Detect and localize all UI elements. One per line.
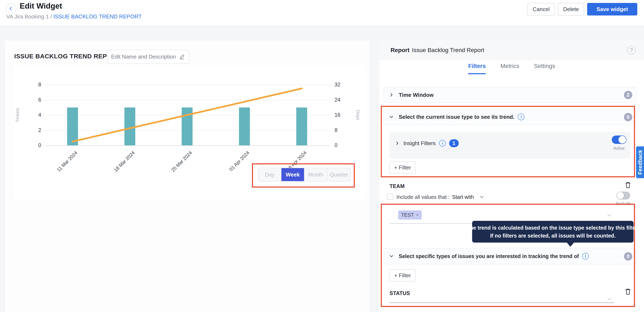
trash-icon[interactable] — [624, 181, 632, 189]
specific-types-label: Select specific types of issues you are … — [399, 253, 579, 259]
pencil-icon — [179, 54, 185, 60]
chevron-right-icon — [389, 92, 394, 98]
team-field-label: TEAM — [390, 183, 404, 189]
exclude-toggle[interactable] — [616, 192, 630, 200]
feedback-tab-label: Feedback — [637, 150, 643, 174]
time-window-label: Time Window — [399, 92, 434, 98]
chip-close-icon[interactable]: × — [416, 212, 419, 218]
current-issue-type-label: Select the current issue type to see its… — [399, 114, 514, 120]
edit-name-description-button[interactable]: Edit Name and Description — [107, 50, 189, 64]
operator-dropdown[interactable]: Start with — [452, 194, 474, 200]
breadcrumb-parent[interactable]: VA Jira Booking 1 — [6, 14, 49, 20]
feedback-tab[interactable]: Feedback — [636, 146, 644, 178]
right-axis-title: Days — [355, 110, 361, 120]
toggle-knob — [618, 136, 626, 144]
chevron-down-icon[interactable] — [606, 212, 613, 219]
granularity-month[interactable]: Month — [304, 168, 328, 181]
header: Edit Widget VA Jira Booking 1 / ISSUE BA… — [0, 0, 644, 26]
report-settings-panel — [379, 40, 644, 312]
insight-filters-badge: 1 — [449, 139, 459, 147]
left-axis-tick: 8 — [24, 82, 41, 88]
toggle-knob — [617, 192, 624, 199]
help-icon[interactable]: ? — [627, 46, 636, 54]
report-title: Issue Backlog Trend Report — [412, 47, 484, 54]
current-issue-type-badge: 0 — [624, 113, 632, 121]
granularity-control: DayWeekMonthQuarter — [258, 168, 351, 182]
insight-filters-label: Insight Filters — [403, 140, 436, 146]
report-label: Report — [390, 47, 410, 54]
specific-types-badge: 0 — [624, 252, 632, 260]
save-widget-button[interactable]: Save widget — [587, 3, 637, 16]
right-axis-tick: 16 — [334, 112, 351, 118]
breadcrumb-separator: / — [50, 14, 53, 20]
status-field-label: STATUS — [390, 290, 410, 296]
chip-label: TEST — [401, 212, 414, 218]
info-icon[interactable]: i — [582, 253, 589, 260]
delete-button[interactable]: Delete — [558, 3, 584, 16]
info-icon[interactable]: i — [518, 114, 524, 120]
edit-widget-page: Edit Widget VA Jira Booking 1 / ISSUE BA… — [0, 0, 644, 312]
accordion-specific-types[interactable]: Select specific types of issues you are … — [383, 248, 636, 264]
breadcrumb-current[interactable]: ISSUE BACKLOG TREND REPORT — [53, 14, 142, 20]
cancel-button[interactable]: Cancel — [527, 3, 555, 16]
report-header-bar: Report Issue Backlog Trend Report — [379, 40, 644, 60]
insight-filters-row[interactable]: Insight Filters i 1 — [394, 139, 459, 147]
right-axis-tick: 8 — [334, 127, 351, 133]
chevron-down-icon — [389, 254, 394, 259]
left-axis-tick: 0 — [24, 142, 41, 148]
widget-title: ISSUE BACKLOG TREND REPORT — [14, 53, 120, 60]
insight-filters-active-toggle[interactable] — [612, 136, 626, 144]
granularity-week[interactable]: Week — [282, 168, 304, 181]
chevron-down-icon — [389, 114, 394, 120]
tab-settings[interactable]: Settings — [534, 63, 555, 74]
right-axis-tick: 32 — [334, 82, 351, 88]
add-filter-button[interactable]: + Filter — [390, 269, 416, 282]
accordion-time-window[interactable]: Time Window — [383, 87, 636, 103]
status-input-underline[interactable] — [390, 302, 614, 303]
back-arrow-icon — [8, 6, 14, 11]
page-title: Edit Widget — [20, 2, 62, 10]
breadcrumb: VA Jira Booking 1 / ISSUE BACKLOG TREND … — [6, 14, 142, 20]
left-axis-tick: 2 — [24, 127, 41, 133]
edit-name-label: Edit Name and Description — [111, 54, 176, 60]
left-axis-tick: 6 — [24, 97, 41, 103]
left-axis-title: Tickets — [15, 108, 20, 122]
gridline — [44, 145, 330, 146]
granularity-day[interactable]: Day — [258, 168, 282, 181]
trend-line — [44, 85, 330, 145]
accordion-current-issue-type[interactable]: Select the current issue type to see its… — [383, 109, 636, 125]
tab-metrics[interactable]: Metrics — [500, 63, 519, 74]
chevron-right-icon — [394, 140, 400, 146]
chevron-down-icon[interactable] — [479, 194, 485, 200]
chevron-down-icon[interactable] — [606, 296, 613, 302]
trash-icon[interactable] — [624, 288, 632, 296]
include-all-values-checkbox[interactable] — [387, 194, 393, 200]
tooltip: The trend is calculated based on the iss… — [472, 221, 634, 242]
info-icon[interactable]: i — [439, 140, 446, 146]
granularity-quarter[interactable]: Quarter — [328, 168, 350, 181]
back-button[interactable] — [6, 3, 16, 14]
time-window-badge: 2 — [624, 91, 632, 99]
team-value-chip: TEST × — [398, 210, 422, 220]
include-all-values-label: Include all values that : — [396, 194, 450, 200]
left-axis-tick: 4 — [24, 112, 41, 118]
right-axis-tick: 0 — [334, 142, 351, 148]
tooltip-arrow — [566, 241, 575, 247]
panel-tabs: FiltersMetricsSettings — [379, 63, 644, 74]
add-filter-button[interactable]: + Filter — [390, 162, 416, 174]
tooltip-line2: If no filters are selected, all issues w… — [490, 232, 616, 240]
exclude-toggle-label: Exclude — [616, 201, 631, 206]
tab-filters[interactable]: Filters — [468, 63, 486, 74]
active-toggle-label: Active — [612, 146, 626, 151]
tooltip-line1: The trend is calculated based on the iss… — [467, 224, 639, 232]
right-axis-tick: 24 — [334, 97, 351, 103]
